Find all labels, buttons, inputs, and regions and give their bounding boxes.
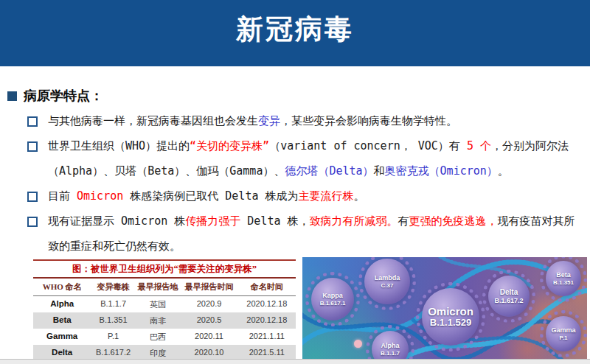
text-segment: ，某些变异会影响病毒生物学特性。 bbox=[280, 114, 457, 127]
table-cell: 2020.5 bbox=[180, 312, 237, 329]
table-header-cell: WHO 命名 bbox=[33, 279, 91, 295]
table-cell: P.1 bbox=[91, 329, 136, 345]
text-segment: 。 bbox=[354, 189, 365, 203]
table-cell: 2020.9 bbox=[180, 296, 237, 312]
table-cell: 南非 bbox=[136, 312, 181, 329]
virus-lineage-label: P.1 bbox=[560, 335, 568, 341]
variant-table: 图：被世界卫生组织列为“需要关注的变异株” WHO 命名变异毒株最早报告地最早报… bbox=[33, 259, 296, 364]
bullet-item: 与其他病毒一样，新冠病毒基因组也会发生变异，某些变异会影响病毒生物学特性。 bbox=[27, 108, 579, 133]
checkbox-bullet-icon bbox=[27, 141, 38, 152]
table-cell: B.1.1.7 bbox=[91, 296, 136, 312]
table-row: AlphaB.1.1.7英国2020.92020.12.18 bbox=[33, 296, 296, 312]
section-title: 病原学特点： bbox=[24, 87, 103, 105]
virus-beta: Beta B.1.351 bbox=[546, 261, 581, 296]
text-segment: （variant of concern， VOC）有 bbox=[269, 139, 467, 153]
text-segment: “关切的变异株” bbox=[190, 139, 269, 153]
virus-lineage-label: B.1.1.529 bbox=[430, 318, 471, 329]
table-cell: 2020.11 bbox=[180, 329, 237, 345]
table-cell: Gamma bbox=[33, 329, 91, 345]
bullet-text: 世界卫生组织（WHO）提出的“关切的变异株”（variant of concer… bbox=[48, 133, 579, 183]
text-segment: 5 个 bbox=[467, 139, 491, 153]
virus-alpha: Alpha B.1.1.7 bbox=[372, 331, 409, 359]
checkbox-bullet-icon bbox=[27, 217, 38, 227]
text-segment: 目前 bbox=[48, 189, 77, 203]
text-segment: 和 bbox=[374, 164, 385, 178]
virus-kappa: Kappa B.1.617.1 bbox=[311, 278, 354, 321]
decorative-dot bbox=[354, 340, 362, 348]
presentation-slide: 新冠病毒 病原学特点： 与其他病毒一样，新冠病毒基因组也会发生变异，某些变异会影… bbox=[0, 0, 590, 364]
virus-lineage-label: B.1.351 bbox=[553, 279, 574, 286]
virus-label: Omicron bbox=[428, 305, 473, 318]
virus-lineage-label: C.37 bbox=[381, 282, 394, 289]
virus-lineage-label: B.1.617.1 bbox=[320, 300, 346, 307]
checkbox-bullet-icon bbox=[27, 192, 38, 202]
table-row: BetaB.1.351南非2020.52020.12.18 bbox=[33, 312, 296, 329]
bullet-text: 与其他病毒一样，新冠病毒基因组也会发生变异，某些变异会影响病毒生物学特性。 bbox=[48, 108, 579, 133]
section-heading: 病原学特点： bbox=[7, 87, 103, 105]
bullet-text: 现有证据显示 Omicron 株传播力强于 Delta 株，致病力有所减弱。有更… bbox=[48, 209, 579, 259]
table-header-row: WHO 命名变异毒株最早报告地最早报告时间命名时间 bbox=[33, 279, 296, 296]
virus-label: Kappa bbox=[322, 292, 343, 299]
table-header-cell: 变异毒株 bbox=[91, 279, 136, 295]
table-cell: B.1.351 bbox=[91, 312, 136, 329]
virus-variants-image: Kappa B.1.617.1 Lambda C.37 Alpha B.1.1.… bbox=[302, 257, 587, 359]
text-segment: 现有证据显示 Omicron 株 bbox=[48, 214, 185, 228]
table-cell: Alpha bbox=[33, 296, 91, 312]
table-header-cell: 最早报告时间 bbox=[180, 279, 237, 295]
slide-title-bar: 新冠病毒 bbox=[0, 0, 590, 66]
text-segment: 株感染病例已取代 Delta 株成为 bbox=[123, 189, 298, 203]
checkbox-bullet-icon bbox=[27, 116, 38, 127]
text-segment: 。 bbox=[498, 164, 509, 178]
text-segment: 德尔塔（Delta） bbox=[285, 164, 373, 178]
table-title: 图：被世界卫生组织列为“需要关注的变异株” bbox=[33, 261, 296, 279]
text-segment: 致病力有所减弱。 bbox=[310, 214, 398, 228]
square-bullet-icon bbox=[7, 91, 17, 101]
text-segment: Omicron bbox=[77, 189, 123, 203]
virus-label: Beta bbox=[556, 271, 571, 279]
text-segment: 变异 bbox=[258, 114, 280, 127]
bullet-list: 与其他病毒一样，新冠病毒基因组也会发生变异，某些变异会影响病毒生物学特性。 世界… bbox=[27, 108, 579, 259]
table-cell: 2020.12.18 bbox=[238, 296, 296, 312]
virus-label: Lambda bbox=[375, 274, 400, 281]
virus-label: Alpha bbox=[381, 342, 399, 349]
bullet-item: 世界卫生组织（WHO）提出的“关切的变异株”（variant of concer… bbox=[27, 133, 579, 183]
slide-title: 新冠病毒 bbox=[236, 11, 354, 55]
text-segment: 主要流行株 bbox=[299, 189, 354, 203]
table-header-cell: 命名时间 bbox=[238, 279, 296, 295]
text-segment: 世界卫生组织（WHO）提出的 bbox=[48, 139, 190, 153]
slide-bottom-edge bbox=[0, 359, 590, 364]
table-row: GammaP.1巴西2020.112021.1.11 bbox=[33, 329, 296, 345]
virus-lambda: Lambda C.37 bbox=[364, 259, 410, 304]
bullet-text: 目前 Omicron 株感染病例已取代 Delta 株成为主要流行株。 bbox=[48, 183, 579, 209]
virus-lineage-label: B.1.1.7 bbox=[381, 350, 400, 357]
table-cell: 2020.12.18 bbox=[238, 312, 296, 329]
table-cell: 巴西 bbox=[136, 329, 181, 345]
virus-label: Gamma bbox=[551, 326, 575, 334]
table-cell: 2021.1.11 bbox=[238, 329, 296, 345]
virus-delta: Delta B.1.617.2 bbox=[488, 276, 530, 317]
text-segment: 与其他病毒一样，新冠病毒基因组也会发生 bbox=[48, 114, 258, 127]
table-header-cell: 最早报告地 bbox=[136, 279, 181, 295]
table-cell: Beta bbox=[33, 312, 91, 329]
table-body: AlphaB.1.1.7英国2020.92020.12.18BetaB.1.35… bbox=[33, 296, 296, 364]
text-segment: 更强的免疫逃逸， bbox=[409, 214, 498, 228]
bullet-item: 目前 Omicron 株感染病例已取代 Delta 株成为主要流行株。 bbox=[27, 183, 579, 209]
virus-gamma: Gamma P.1 bbox=[546, 316, 581, 351]
text-segment: 有 bbox=[398, 214, 409, 228]
text-segment: 传播力强于 bbox=[185, 214, 240, 228]
virus-label: Delta bbox=[500, 288, 518, 297]
bullet-item: 现有证据显示 Omicron 株传播力强于 Delta 株，致病力有所减弱。有更… bbox=[27, 209, 579, 259]
text-segment: 奥密克戎（Omicron） bbox=[385, 164, 498, 178]
virus-lineage-label: B.1.617.2 bbox=[494, 297, 523, 304]
text-segment: Delta 株， bbox=[240, 214, 309, 228]
table-cell: 英国 bbox=[136, 296, 181, 312]
virus-omicron: Omicron B.1.1.529 bbox=[422, 288, 479, 346]
